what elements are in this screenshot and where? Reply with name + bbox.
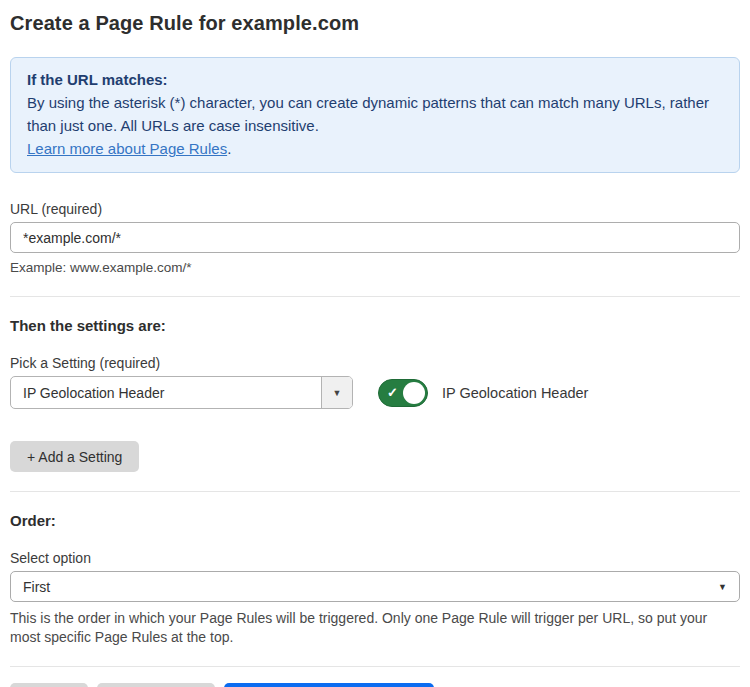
link-period: . <box>227 140 231 157</box>
info-box-heading: If the URL matches: <box>27 68 723 91</box>
url-field-label: URL (required) <box>10 201 740 217</box>
order-helper-text: This is the order in which your Page Rul… <box>10 609 740 647</box>
checkmark-icon: ✓ <box>387 385 398 400</box>
setting-row: IP Geolocation Header ▼ ✓ IP Geolocation… <box>10 376 740 409</box>
settings-section-heading: Then the settings are: <box>10 317 740 334</box>
order-select[interactable]: First ▼ <box>10 571 740 602</box>
ip-geolocation-toggle[interactable]: ✓ <box>378 379 428 407</box>
order-select-value: First <box>23 579 50 595</box>
url-example-helper: Example: www.example.com/* <box>10 259 740 277</box>
info-box-body: By using the asterisk (*) character, you… <box>27 91 723 137</box>
add-setting-button[interactable]: + Add a Setting <box>10 441 139 472</box>
save-and-deploy-button[interactable]: Save and Deploy Page Rule <box>224 683 434 687</box>
toggle-label: IP Geolocation Header <box>442 385 588 401</box>
pick-setting-label: Pick a Setting (required) <box>10 355 740 371</box>
create-page-rule-form: Create a Page Rule for example.com If th… <box>0 0 750 687</box>
order-section-heading: Order: <box>10 512 740 529</box>
info-box-link-line: Learn more about Page Rules. <box>27 137 723 160</box>
chevron-down-icon: ▼ <box>718 582 727 592</box>
order-select-label: Select option <box>10 550 740 566</box>
footer-buttons: Cancel Save as Draft Save and Deploy Pag… <box>10 683 740 687</box>
url-matches-info-box: If the URL matches: By using the asteris… <box>10 57 740 173</box>
page-title: Create a Page Rule for example.com <box>10 12 740 35</box>
url-input[interactable] <box>10 222 740 253</box>
learn-more-link[interactable]: Learn more about Page Rules <box>27 140 227 157</box>
save-as-draft-button[interactable]: Save as Draft <box>97 683 216 687</box>
toggle-knob <box>403 382 425 404</box>
setting-select-value: IP Geolocation Header <box>11 377 321 408</box>
divider <box>10 491 740 492</box>
divider <box>10 666 740 667</box>
setting-select[interactable]: IP Geolocation Header ▼ <box>10 376 353 409</box>
cancel-button[interactable]: Cancel <box>10 683 88 687</box>
divider <box>10 296 740 297</box>
chevron-down-icon: ▼ <box>333 388 342 398</box>
setting-select-arrow-button[interactable]: ▼ <box>321 377 352 408</box>
